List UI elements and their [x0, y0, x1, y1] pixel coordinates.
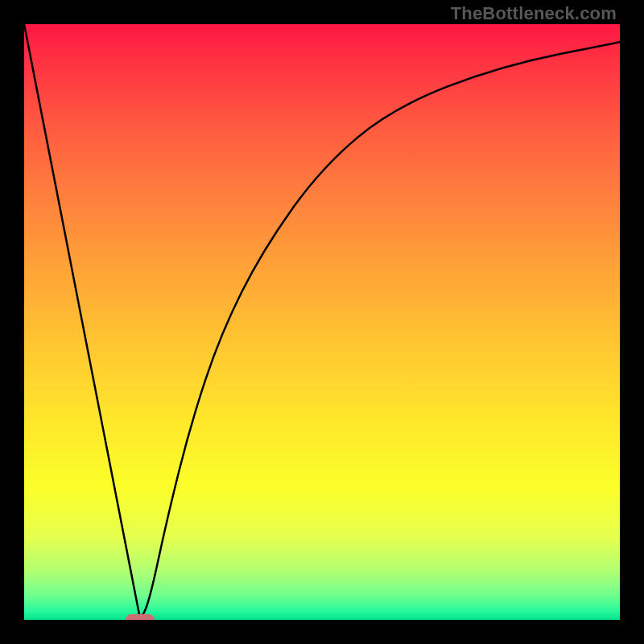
attribution-text: TheBottleneck.com	[451, 3, 617, 24]
curve-path	[24, 24, 620, 620]
chart-curve-svg	[24, 24, 620, 620]
minimum-marker	[126, 614, 155, 620]
chart-plot-area	[24, 24, 620, 620]
